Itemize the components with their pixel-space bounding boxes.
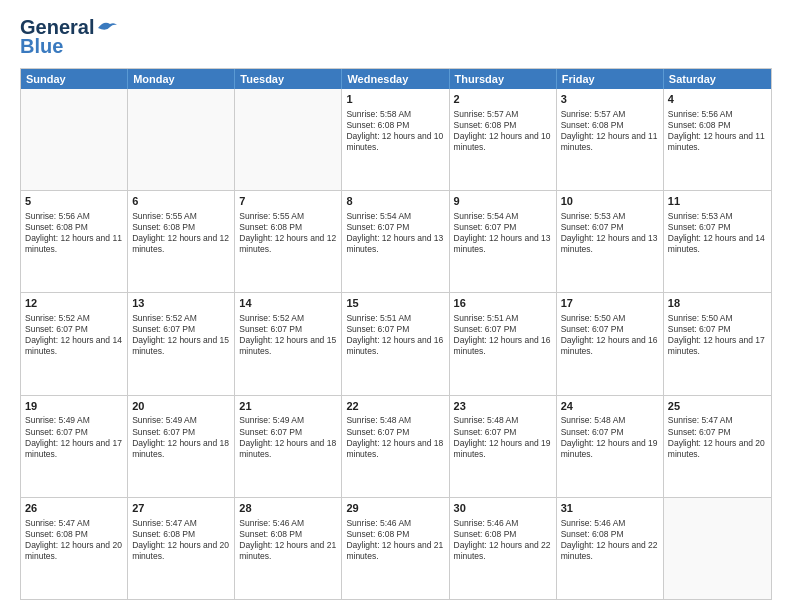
day-info: Sunrise: 5:49 AM Sunset: 6:07 PM Dayligh… (25, 415, 123, 459)
calendar-day-17: 17Sunrise: 5:50 AM Sunset: 6:07 PM Dayli… (557, 293, 664, 394)
day-info: Sunrise: 5:54 AM Sunset: 6:07 PM Dayligh… (454, 211, 552, 255)
calendar-day-12: 12Sunrise: 5:52 AM Sunset: 6:07 PM Dayli… (21, 293, 128, 394)
calendar-day-8: 8Sunrise: 5:54 AM Sunset: 6:07 PM Daylig… (342, 191, 449, 292)
logo-blue: Blue (20, 35, 63, 58)
calendar-day-27: 27Sunrise: 5:47 AM Sunset: 6:08 PM Dayli… (128, 498, 235, 599)
day-number: 27 (132, 501, 230, 516)
day-number: 5 (25, 194, 123, 209)
calendar-day-24: 24Sunrise: 5:48 AM Sunset: 6:07 PM Dayli… (557, 396, 664, 497)
weekday-header-friday: Friday (557, 69, 664, 89)
day-info: Sunrise: 5:46 AM Sunset: 6:08 PM Dayligh… (346, 518, 444, 562)
calendar-day-9: 9Sunrise: 5:54 AM Sunset: 6:07 PM Daylig… (450, 191, 557, 292)
calendar-day-5: 5Sunrise: 5:56 AM Sunset: 6:08 PM Daylig… (21, 191, 128, 292)
calendar-day-4: 4Sunrise: 5:56 AM Sunset: 6:08 PM Daylig… (664, 89, 771, 190)
day-number: 25 (668, 399, 767, 414)
day-info: Sunrise: 5:48 AM Sunset: 6:07 PM Dayligh… (561, 415, 659, 459)
day-info: Sunrise: 5:46 AM Sunset: 6:08 PM Dayligh… (561, 518, 659, 562)
calendar-day-20: 20Sunrise: 5:49 AM Sunset: 6:07 PM Dayli… (128, 396, 235, 497)
day-number: 24 (561, 399, 659, 414)
calendar-empty-cell (21, 89, 128, 190)
day-number: 16 (454, 296, 552, 311)
weekday-header-saturday: Saturday (664, 69, 771, 89)
calendar-day-21: 21Sunrise: 5:49 AM Sunset: 6:07 PM Dayli… (235, 396, 342, 497)
calendar-day-10: 10Sunrise: 5:53 AM Sunset: 6:07 PM Dayli… (557, 191, 664, 292)
day-info: Sunrise: 5:49 AM Sunset: 6:07 PM Dayligh… (132, 415, 230, 459)
day-number: 20 (132, 399, 230, 414)
calendar-body: 1Sunrise: 5:58 AM Sunset: 6:08 PM Daylig… (21, 89, 771, 599)
calendar-day-28: 28Sunrise: 5:46 AM Sunset: 6:08 PM Dayli… (235, 498, 342, 599)
day-info: Sunrise: 5:47 AM Sunset: 6:07 PM Dayligh… (668, 415, 767, 459)
calendar-empty-cell (664, 498, 771, 599)
day-info: Sunrise: 5:52 AM Sunset: 6:07 PM Dayligh… (239, 313, 337, 357)
weekday-header-monday: Monday (128, 69, 235, 89)
calendar-day-25: 25Sunrise: 5:47 AM Sunset: 6:07 PM Dayli… (664, 396, 771, 497)
day-info: Sunrise: 5:57 AM Sunset: 6:08 PM Dayligh… (561, 109, 659, 153)
calendar-day-19: 19Sunrise: 5:49 AM Sunset: 6:07 PM Dayli… (21, 396, 128, 497)
calendar-day-18: 18Sunrise: 5:50 AM Sunset: 6:07 PM Dayli… (664, 293, 771, 394)
day-number: 13 (132, 296, 230, 311)
calendar-day-22: 22Sunrise: 5:48 AM Sunset: 6:07 PM Dayli… (342, 396, 449, 497)
day-info: Sunrise: 5:53 AM Sunset: 6:07 PM Dayligh… (668, 211, 767, 255)
day-info: Sunrise: 5:48 AM Sunset: 6:07 PM Dayligh… (454, 415, 552, 459)
day-info: Sunrise: 5:58 AM Sunset: 6:08 PM Dayligh… (346, 109, 444, 153)
day-info: Sunrise: 5:50 AM Sunset: 6:07 PM Dayligh… (668, 313, 767, 357)
day-number: 2 (454, 92, 552, 107)
day-info: Sunrise: 5:51 AM Sunset: 6:07 PM Dayligh… (454, 313, 552, 357)
day-info: Sunrise: 5:46 AM Sunset: 6:08 PM Dayligh… (454, 518, 552, 562)
day-number: 31 (561, 501, 659, 516)
calendar-day-11: 11Sunrise: 5:53 AM Sunset: 6:07 PM Dayli… (664, 191, 771, 292)
day-number: 11 (668, 194, 767, 209)
day-info: Sunrise: 5:54 AM Sunset: 6:07 PM Dayligh… (346, 211, 444, 255)
day-number: 4 (668, 92, 767, 107)
day-number: 23 (454, 399, 552, 414)
day-number: 8 (346, 194, 444, 209)
day-number: 30 (454, 501, 552, 516)
day-number: 10 (561, 194, 659, 209)
day-info: Sunrise: 5:46 AM Sunset: 6:08 PM Dayligh… (239, 518, 337, 562)
header: General Blue (20, 16, 772, 58)
day-info: Sunrise: 5:52 AM Sunset: 6:07 PM Dayligh… (132, 313, 230, 357)
day-info: Sunrise: 5:56 AM Sunset: 6:08 PM Dayligh… (668, 109, 767, 153)
day-number: 21 (239, 399, 337, 414)
weekday-header-wednesday: Wednesday (342, 69, 449, 89)
day-number: 28 (239, 501, 337, 516)
calendar-empty-cell (235, 89, 342, 190)
day-number: 7 (239, 194, 337, 209)
day-number: 1 (346, 92, 444, 107)
day-number: 6 (132, 194, 230, 209)
day-info: Sunrise: 5:52 AM Sunset: 6:07 PM Dayligh… (25, 313, 123, 357)
day-number: 22 (346, 399, 444, 414)
calendar-day-1: 1Sunrise: 5:58 AM Sunset: 6:08 PM Daylig… (342, 89, 449, 190)
day-info: Sunrise: 5:49 AM Sunset: 6:07 PM Dayligh… (239, 415, 337, 459)
day-number: 14 (239, 296, 337, 311)
day-number: 19 (25, 399, 123, 414)
calendar-day-6: 6Sunrise: 5:55 AM Sunset: 6:08 PM Daylig… (128, 191, 235, 292)
day-info: Sunrise: 5:53 AM Sunset: 6:07 PM Dayligh… (561, 211, 659, 255)
calendar-row-3: 12Sunrise: 5:52 AM Sunset: 6:07 PM Dayli… (21, 293, 771, 395)
day-number: 15 (346, 296, 444, 311)
day-number: 29 (346, 501, 444, 516)
calendar-day-16: 16Sunrise: 5:51 AM Sunset: 6:07 PM Dayli… (450, 293, 557, 394)
day-info: Sunrise: 5:55 AM Sunset: 6:08 PM Dayligh… (132, 211, 230, 255)
calendar-day-14: 14Sunrise: 5:52 AM Sunset: 6:07 PM Dayli… (235, 293, 342, 394)
day-number: 12 (25, 296, 123, 311)
day-info: Sunrise: 5:50 AM Sunset: 6:07 PM Dayligh… (561, 313, 659, 357)
calendar-day-31: 31Sunrise: 5:46 AM Sunset: 6:08 PM Dayli… (557, 498, 664, 599)
calendar-day-26: 26Sunrise: 5:47 AM Sunset: 6:08 PM Dayli… (21, 498, 128, 599)
calendar-day-23: 23Sunrise: 5:48 AM Sunset: 6:07 PM Dayli… (450, 396, 557, 497)
calendar-row-4: 19Sunrise: 5:49 AM Sunset: 6:07 PM Dayli… (21, 396, 771, 498)
calendar-row-2: 5Sunrise: 5:56 AM Sunset: 6:08 PM Daylig… (21, 191, 771, 293)
weekday-header-thursday: Thursday (450, 69, 557, 89)
day-info: Sunrise: 5:57 AM Sunset: 6:08 PM Dayligh… (454, 109, 552, 153)
day-number: 3 (561, 92, 659, 107)
calendar-day-13: 13Sunrise: 5:52 AM Sunset: 6:07 PM Dayli… (128, 293, 235, 394)
weekday-header-tuesday: Tuesday (235, 69, 342, 89)
day-info: Sunrise: 5:55 AM Sunset: 6:08 PM Dayligh… (239, 211, 337, 255)
calendar-header: SundayMondayTuesdayWednesdayThursdayFrid… (21, 69, 771, 89)
calendar-day-7: 7Sunrise: 5:55 AM Sunset: 6:08 PM Daylig… (235, 191, 342, 292)
day-number: 26 (25, 501, 123, 516)
calendar-row-1: 1Sunrise: 5:58 AM Sunset: 6:08 PM Daylig… (21, 89, 771, 191)
day-info: Sunrise: 5:56 AM Sunset: 6:08 PM Dayligh… (25, 211, 123, 255)
calendar-day-2: 2Sunrise: 5:57 AM Sunset: 6:08 PM Daylig… (450, 89, 557, 190)
day-number: 18 (668, 296, 767, 311)
